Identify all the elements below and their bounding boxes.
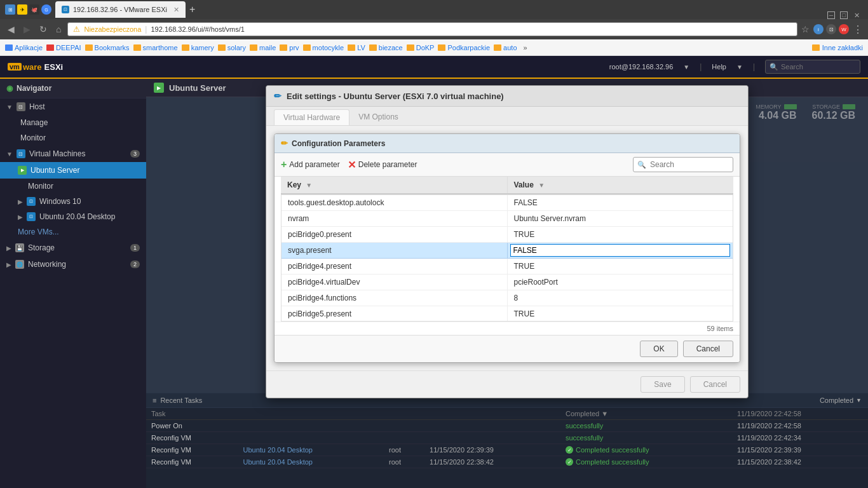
home-btn[interactable]: ⌂ [53, 23, 64, 36]
tab-vm-options[interactable]: VM Options [349, 109, 407, 125]
edit-settings-modal: ✏ Edit settings - Ubuntu Server (ESXi 7.… [146, 79, 868, 488]
storage-icon: 💾 [15, 243, 24, 252]
navigator-header[interactable]: ◉ Navigator [0, 79, 146, 98]
save-btn[interactable]: Save [641, 376, 684, 393]
address-url[interactable]: 192.168.32.96/ui/#/host/vms/1 [151, 25, 792, 33]
sidebar-item-vms[interactable]: ▼ ⊡ Virtual Machines 3 [0, 146, 146, 162]
col-key-label: Key [287, 180, 301, 189]
kamery-bookmark[interactable]: kamery [182, 44, 214, 51]
sidebar-item-monitor2[interactable]: Monitor [0, 179, 146, 194]
back-btn[interactable]: ◀ [5, 23, 17, 36]
win10-label: Windows 10 [39, 197, 81, 206]
sidebar-item-host[interactable]: ▼ ⊡ Host [0, 98, 146, 115]
vms-icon: ⊡ [17, 149, 25, 158]
browser-menu-btn[interactable]: ⋮ [853, 24, 863, 36]
dokp-icon [407, 44, 414, 51]
storage-arrow: ▶ [6, 245, 11, 252]
sidebar-item-windows10[interactable]: ▶ ⊡ Windows 10 [0, 194, 146, 209]
prv-bookmark[interactable]: prv [280, 44, 299, 51]
vms-badge: 3 [130, 150, 140, 158]
auto-bookmark[interactable]: auto [494, 44, 517, 51]
solary-bookmark[interactable]: solary [218, 44, 246, 51]
inne-label[interactable]: Inne zakładki [822, 44, 863, 51]
key-cell: pciBridge5.present [281, 306, 507, 322]
add-parameter-btn[interactable]: + Add parameter [281, 159, 340, 170]
sidebar-item-manage[interactable]: Manage [0, 115, 146, 130]
delete-parameter-btn[interactable]: ✕ Delete parameter [348, 159, 417, 171]
apps-bookmark[interactable]: Aplikacje [5, 44, 43, 51]
dropdown-icon: ▼ [683, 64, 689, 71]
col-value-header[interactable]: Value ▼ [507, 177, 733, 194]
value-cell: TRUE [507, 259, 733, 274]
ext-icon-2[interactable]: ⊡ [826, 24, 836, 34]
win10-icon: ⊡ [27, 197, 36, 206]
key-cell: pciBridge4.virtualDev [281, 274, 507, 290]
minimize-btn[interactable]: ─ [827, 11, 835, 19]
ext-icon-1[interactable]: i [813, 24, 824, 34]
sidebar-item-ubuntu-server[interactable]: ▶ Ubuntu Server [0, 162, 146, 179]
table-row-selected[interactable]: svga.present [281, 243, 733, 259]
sidebar-item-networking[interactable]: ▶ 🌐 Networking 2 [0, 256, 146, 273]
esxi-search-icon: 🔍 [770, 63, 778, 71]
sidebar-item-ubuntu2004[interactable]: ▶ ⊡ Ubuntu 20.04 Desktop [0, 209, 146, 224]
sidebar-items: ▼ ⊡ Host Manage Monitor ▼ ⊡ Virtual Mach… [0, 98, 146, 273]
help-label[interactable]: Help [712, 63, 726, 71]
key-cell: pciBridge0.present [281, 227, 507, 243]
lv-icon [348, 44, 355, 51]
cancel-button[interactable]: Cancel [683, 341, 733, 357]
user-label[interactable]: root@192.168.32.96 [609, 63, 673, 71]
tab-close[interactable]: ✕ [173, 6, 179, 14]
table-row[interactable]: tools.guest.desktop.autolock FALSE [281, 195, 733, 211]
value-cell: 8 [507, 290, 733, 306]
ext-icon-3[interactable]: W [839, 24, 849, 34]
deepai-icon [46, 44, 54, 51]
more-bookmarks[interactable]: » [524, 44, 527, 51]
sidebar-item-more-vms[interactable]: More VMs... [0, 224, 146, 240]
security-warning-icon: ⚠ [73, 25, 80, 34]
address-bar[interactable]: ⚠ Niezabezpieczona | 192.168.32.96/ui/#/… [67, 22, 797, 36]
pipe-sep2: | [753, 62, 755, 71]
biezace-icon [369, 44, 377, 51]
value-cell-editing[interactable] [507, 243, 733, 259]
lv-bookmark[interactable]: LV [348, 44, 365, 51]
ok-button[interactable]: OK [640, 341, 677, 357]
refresh-btn[interactable]: ↻ [37, 23, 50, 36]
networking-icon: 🌐 [15, 260, 24, 269]
vms-arrow: ▼ [6, 151, 13, 158]
smarthome-bookmark[interactable]: smarthome [133, 44, 178, 51]
maximize-btn[interactable]: □ [840, 11, 848, 19]
deepai-bookmark[interactable]: DEEPAI [46, 44, 81, 51]
sidebar-item-monitor[interactable]: Monitor [0, 130, 146, 146]
table-row[interactable]: pciBridge4.present TRUE [281, 259, 733, 274]
auto-icon [494, 44, 501, 51]
biezace-bookmark[interactable]: biezace [369, 44, 403, 51]
es-cancel-btn[interactable]: Cancel [690, 376, 740, 393]
col-key-header[interactable]: Key ▼ [281, 177, 507, 194]
config-search-input[interactable] [650, 160, 733, 169]
table-row[interactable]: pciBridge0.present TRUE [281, 227, 733, 243]
active-tab[interactable]: ⊡ 192.168.32.96 - VMware ESXi ✕ [55, 1, 186, 18]
podkarpackie-bookmark[interactable]: Podkarpackie [438, 44, 490, 51]
config-search-box[interactable]: 🔍 [633, 157, 733, 172]
forward-btn[interactable]: ▶ [21, 23, 33, 36]
maile-bookmark[interactable]: maile [250, 44, 276, 51]
new-tab-btn[interactable]: + [189, 4, 195, 15]
dokp-bookmark[interactable]: DoKP [407, 44, 435, 51]
value-edit-input[interactable] [510, 244, 731, 257]
table-row[interactable]: pciBridge4.functions 8 [281, 290, 733, 306]
table-row[interactable]: pciBridge5.present TRUE [281, 306, 733, 322]
table-row[interactable]: pciBridge4.virtualDev pcieRootPort [281, 274, 733, 290]
table-row[interactable]: nvram Ubuntu Server.nvram [281, 211, 733, 227]
bookmark-star[interactable]: ☆ [801, 24, 810, 34]
tab-icons-row: ⊞ ✈ 🐙 G [5, 4, 51, 15]
sidebar-item-storage[interactable]: ▶ 💾 Storage 1 [0, 240, 146, 256]
key-cell: pciBridge4.functions [281, 290, 507, 306]
close-btn[interactable]: ✕ [853, 11, 860, 19]
tab-virtual-hardware[interactable]: Virtual Hardware [274, 109, 349, 125]
motocykle-bookmark[interactable]: motocykle [303, 44, 344, 51]
bookmarks-folder[interactable]: Bookmarks [85, 44, 130, 51]
esxi-search-box[interactable]: 🔍 [765, 60, 860, 74]
content-area: ▶ Ubuntu Server CPU 3.1 GHz MEMORY 4.04 … [146, 79, 868, 488]
value-cell: TRUE [507, 227, 733, 243]
esxi-search-input[interactable] [781, 63, 851, 71]
